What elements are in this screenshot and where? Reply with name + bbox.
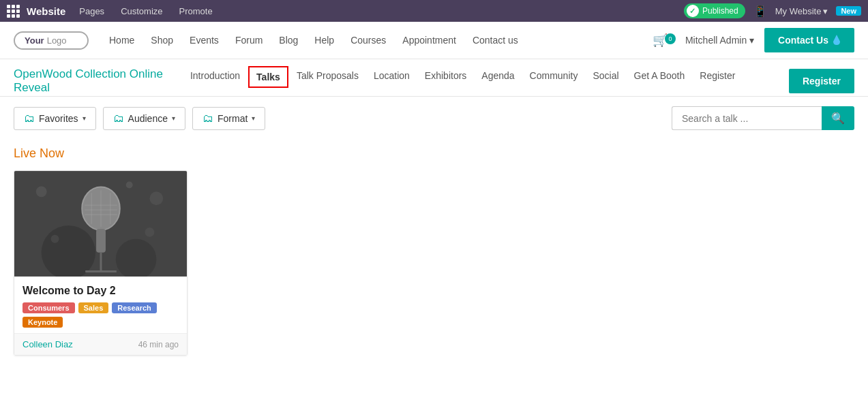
water-drop-icon bbox=[833, 35, 841, 46]
format-icon: 🗂 bbox=[203, 112, 213, 125]
sub-nav: OpenWood Collection Online Reveal Introd… bbox=[0, 59, 868, 97]
app-name: Website bbox=[27, 5, 65, 17]
svg-point-13 bbox=[36, 186, 47, 197]
event-title-text: OpenWood Collection Online Reveal bbox=[14, 67, 163, 95]
search-icon: 🔍 bbox=[831, 112, 845, 124]
talk-tags: Consumers Sales Research Keynote bbox=[23, 302, 179, 328]
format-label: Format bbox=[218, 113, 248, 124]
tag-consumers: Consumers bbox=[23, 302, 75, 313]
mobile-icon[interactable]: 📱 bbox=[753, 5, 767, 18]
audience-icon: 🗂 bbox=[113, 112, 124, 125]
speaker-name: Colleen Diaz bbox=[23, 339, 73, 349]
subnav-get-a-booth[interactable]: Get A Booth bbox=[627, 66, 692, 88]
event-title: OpenWood Collection Online Reveal bbox=[14, 66, 163, 95]
subnav-talk-proposals[interactable]: Talk Proposals bbox=[290, 66, 365, 88]
talk-card-image bbox=[14, 171, 187, 277]
published-badge[interactable]: ✓ Published bbox=[684, 3, 745, 18]
menu-appointment[interactable]: Appointment bbox=[395, 31, 463, 50]
website-nav: Your Logo Home Shop Events Forum Blog He… bbox=[0, 22, 868, 59]
tag-research: Research bbox=[112, 302, 157, 313]
menu-shop[interactable]: Shop bbox=[144, 31, 180, 50]
menu-blog[interactable]: Blog bbox=[272, 31, 305, 50]
filter-bar: 🗂 Favorites ▾ 🗂 Audience ▾ 🗂 Format ▾ 🔍 bbox=[0, 97, 868, 140]
promote-nav[interactable]: Promote bbox=[177, 5, 215, 18]
admin-user[interactable]: Mitchell Admin ▾ bbox=[685, 35, 754, 46]
subnav-location[interactable]: Location bbox=[367, 66, 417, 88]
event-title-line1: OpenWood Collection Online bbox=[14, 67, 163, 80]
logo[interactable]: Your Logo bbox=[14, 31, 89, 50]
favorites-arrow-icon: ▾ bbox=[83, 114, 86, 122]
new-badge[interactable]: New bbox=[836, 6, 861, 16]
subnav-agenda[interactable]: Agenda bbox=[475, 66, 521, 88]
customize-nav[interactable]: Customize bbox=[118, 5, 165, 18]
contact-us-label: Contact Us bbox=[778, 35, 828, 46]
tag-keynote: Keynote bbox=[23, 317, 63, 328]
logo-logo: Logo bbox=[47, 35, 67, 46]
event-title-line2: Reveal bbox=[14, 81, 50, 94]
subnav-exhibitors[interactable]: Exhibitors bbox=[418, 66, 473, 88]
my-website-label: My Website bbox=[775, 6, 822, 16]
menu-contact[interactable]: Contact us bbox=[466, 31, 525, 50]
audience-label: Audience bbox=[128, 113, 168, 124]
logo-your: Your bbox=[25, 35, 44, 46]
subnav-community[interactable]: Community bbox=[523, 66, 585, 88]
favorites-icon: 🗂 bbox=[24, 112, 35, 125]
menu-help[interactable]: Help bbox=[308, 31, 341, 50]
microphone-image bbox=[14, 171, 187, 277]
menu-events[interactable]: Events bbox=[183, 31, 226, 50]
subnav-register[interactable]: Register bbox=[693, 66, 742, 88]
svg-point-16 bbox=[145, 227, 154, 237]
time-ago: 46 min ago bbox=[138, 340, 179, 349]
svg-point-15 bbox=[51, 235, 59, 243]
admin-user-label: Mitchell Admin bbox=[685, 35, 747, 46]
admin-bar: Website Pages Customize Promote ✓ Publis… bbox=[0, 0, 868, 22]
contact-us-button[interactable]: Contact Us bbox=[764, 28, 854, 52]
sub-nav-links: Introduction Talks Talk Proposals Locati… bbox=[183, 66, 789, 88]
svg-point-17 bbox=[126, 181, 133, 188]
subnav-social[interactable]: Social bbox=[586, 66, 625, 88]
talk-card-title: Welcome to Day 2 bbox=[23, 285, 179, 297]
main-content: Live Now bbox=[0, 140, 868, 369]
tag-sales: Sales bbox=[78, 302, 109, 313]
menu-home[interactable]: Home bbox=[102, 31, 141, 50]
audience-filter-button[interactable]: 🗂 Audience ▾ bbox=[103, 107, 185, 130]
talk-card[interactable]: Welcome to Day 2 Consumers Sales Researc… bbox=[14, 170, 188, 356]
admin-user-arrow: ▾ bbox=[749, 35, 754, 46]
register-button[interactable]: Register bbox=[789, 69, 854, 93]
menu-forum[interactable]: Forum bbox=[228, 31, 269, 50]
admin-logo[interactable]: Website bbox=[7, 5, 65, 18]
format-filter-button[interactable]: 🗂 Format ▾ bbox=[192, 107, 265, 130]
published-label: Published bbox=[702, 6, 738, 16]
talk-card-footer: Colleen Diaz 46 min ago bbox=[14, 333, 187, 355]
format-arrow-icon: ▾ bbox=[252, 114, 255, 122]
audience-arrow-icon: ▾ bbox=[172, 114, 175, 122]
cart-area[interactable]: 🛒 0 bbox=[653, 33, 678, 48]
favorites-label: Favorites bbox=[39, 113, 78, 124]
live-now-label: Live Now bbox=[14, 146, 854, 161]
subnav-talks[interactable]: Talks bbox=[248, 66, 288, 88]
check-icon: ✓ bbox=[687, 5, 699, 17]
pages-nav[interactable]: Pages bbox=[76, 5, 107, 18]
search-button[interactable]: 🔍 bbox=[822, 106, 854, 130]
subnav-introduction[interactable]: Introduction bbox=[183, 66, 247, 88]
talk-card-body: Welcome to Day 2 Consumers Sales Researc… bbox=[14, 277, 187, 333]
my-website-arrow: ▾ bbox=[823, 6, 828, 16]
my-website-btn[interactable]: My Website ▾ bbox=[775, 6, 828, 16]
menu-courses[interactable]: Courses bbox=[344, 31, 393, 50]
website-menu: Home Shop Events Forum Blog Help Courses… bbox=[102, 31, 653, 50]
search-area: 🔍 bbox=[672, 106, 854, 130]
favorites-filter-button[interactable]: 🗂 Favorites ▾ bbox=[14, 107, 96, 130]
svg-point-14 bbox=[149, 191, 163, 205]
cart-badge: 0 bbox=[665, 33, 676, 44]
grid-icon bbox=[7, 5, 20, 18]
svg-rect-10 bbox=[96, 229, 106, 253]
search-input[interactable] bbox=[672, 106, 822, 130]
